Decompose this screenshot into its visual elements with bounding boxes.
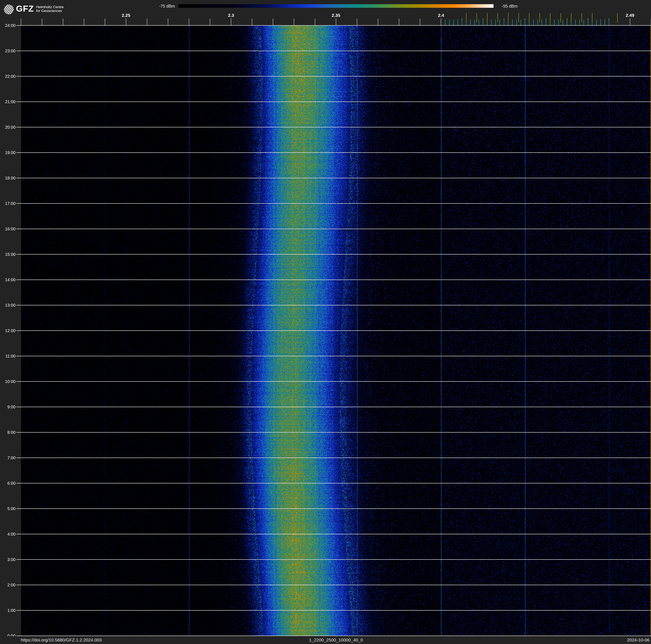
bluetooth-channel-tick: [575, 20, 576, 25]
bluetooth-channel-tick: [478, 20, 479, 25]
freq-tick: [294, 19, 294, 25]
bluetooth-channel-tick: [500, 20, 500, 25]
bluetooth-channel-tick: [462, 20, 462, 25]
time-axis-label: 17:00: [0, 201, 16, 206]
time-axis-label: 8:00: [0, 430, 16, 435]
bluetooth-channel-tick: [445, 20, 445, 25]
bluetooth-channel-tick: [541, 20, 542, 25]
freq-tick: [399, 19, 399, 25]
hour-gridline: [17, 203, 651, 204]
time-axis-label: 1:00: [0, 608, 16, 613]
time-axis-label: 23:00: [0, 48, 16, 53]
hour-gridline: [17, 127, 651, 127]
colorbar: [178, 4, 494, 8]
time-axis-label: 14:00: [0, 277, 16, 282]
time-axis-label: 24:00: [0, 23, 16, 28]
bluetooth-channel-tick: [449, 20, 450, 25]
freq-axis-label: 2.25: [122, 12, 130, 18]
wifi-channel-tick: [476, 13, 477, 22]
time-axis-label: 12:00: [0, 328, 16, 333]
freq-tick: [336, 19, 336, 25]
freq-tick: [21, 19, 21, 25]
bluetooth-channel-tick: [579, 20, 580, 25]
bluetooth-channel-tick: [537, 20, 538, 25]
freq-tick: [252, 19, 252, 25]
hour-gridline: [17, 356, 651, 356]
bluetooth-channel-tick: [567, 20, 567, 25]
hour-gridline: [17, 534, 651, 534]
wifi-channel-tick: [617, 13, 618, 22]
hour-gridline: [17, 458, 651, 458]
hour-gridline: [17, 381, 651, 382]
bluetooth-channel-tick: [517, 20, 517, 25]
wifi-channel-tick: [550, 13, 550, 22]
bluetooth-channel-tick: [512, 20, 513, 25]
hour-gridline: [17, 432, 651, 433]
freq-tick: [378, 19, 378, 25]
colorbar-min-label: -75 dBm: [144, 4, 175, 9]
time-axis-label: 9:00: [0, 404, 16, 409]
bluetooth-channel-tick: [458, 20, 458, 25]
wifi-channel-tick: [519, 13, 519, 22]
wifi-channel-tick: [592, 13, 592, 22]
freq-tick: [168, 19, 168, 25]
freq-tick: [231, 19, 231, 25]
bluetooth-channel-tick: [495, 20, 496, 25]
freq-tick: [630, 19, 630, 25]
freq-axis-label: 2.4: [438, 12, 444, 18]
time-axis-label: 3:00: [0, 557, 16, 562]
time-axis-label: 5:00: [0, 506, 16, 511]
hour-gridline: [17, 254, 651, 255]
recording-filename: 1_2200_2500_10000_40_0: [309, 638, 363, 643]
time-axis-label: 22:00: [0, 74, 16, 79]
freq-tick: [84, 19, 84, 25]
bluetooth-channel-tick: [563, 20, 563, 25]
org-name-line2: for Geosciences: [36, 9, 64, 13]
bluetooth-channel-tick: [454, 20, 454, 25]
bluetooth-channel-tick: [483, 20, 483, 25]
freq-tick: [273, 19, 273, 25]
hour-gridline: [17, 25, 651, 26]
time-axis-label: 11:00: [0, 354, 16, 358]
hour-gridline: [17, 610, 651, 611]
hour-gridline: [17, 330, 651, 331]
wifi-channel-tick: [466, 13, 466, 22]
freq-tick: [63, 19, 63, 25]
time-axis-label: 19:00: [0, 150, 16, 155]
bluetooth-channel-tick: [504, 20, 504, 25]
freq-tick: [420, 19, 420, 25]
bluetooth-channel-tick: [558, 20, 559, 25]
hour-gridline: [17, 51, 651, 51]
time-axis-label: 18:00: [0, 176, 16, 180]
time-axis-label: 2:00: [0, 582, 16, 587]
bluetooth-channel-tick: [546, 20, 546, 25]
freq-tick: [105, 19, 105, 25]
bluetooth-channel-tick: [533, 20, 534, 25]
hour-gridline: [17, 152, 651, 153]
bluetooth-channel-tick: [491, 20, 492, 25]
wifi-channel-tick: [497, 13, 498, 22]
wifi-channel-tick: [539, 13, 540, 22]
bluetooth-channel-tick: [470, 20, 471, 25]
bluetooth-channel-tick: [554, 20, 555, 25]
hour-gridline: [17, 636, 651, 636]
hour-gridline: [17, 559, 651, 560]
brand-text: GFZ: [16, 4, 34, 13]
time-axis-label: 6:00: [0, 481, 16, 486]
wifi-channel-tick: [582, 13, 582, 22]
time-axis-label: 7:00: [0, 455, 16, 460]
time-axis-label: 13:00: [0, 303, 16, 308]
freq-axis-label: 2.35: [332, 12, 340, 18]
bluetooth-channel-tick: [600, 20, 601, 25]
wifi-channel-tick: [560, 13, 561, 22]
org-name: Helmholtz Centre for Geosciences: [36, 5, 64, 13]
hour-gridline: [17, 280, 651, 280]
bluetooth-channel-tick: [596, 20, 597, 25]
wifi-channel-tick: [571, 13, 571, 22]
bluetooth-channel-tick: [521, 20, 521, 25]
freq-tick: [126, 19, 126, 25]
hour-gridline: [17, 585, 651, 585]
wifi-channel-tick: [529, 13, 529, 22]
wifi-channel-tick: [508, 13, 508, 22]
freq-tick: [189, 19, 189, 25]
